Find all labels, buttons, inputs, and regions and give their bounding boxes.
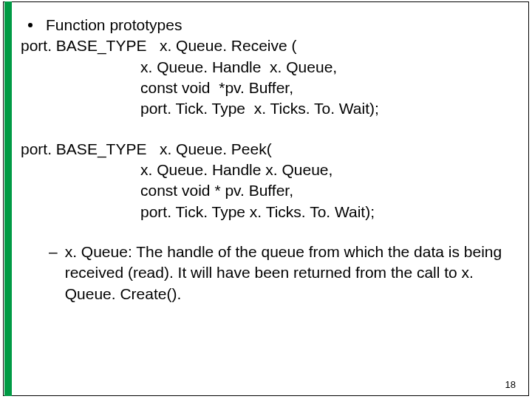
left-accent-bar (4, 1, 12, 396)
bullet-label: Function prototypes (46, 15, 182, 35)
page-number: 18 (505, 379, 516, 390)
bullet-dot-icon (28, 23, 33, 27)
sub-bullet-text: x. Queue: The handle of the queue from w… (65, 242, 508, 304)
sub-bullet-item: – x. Queue: The handle of the queue from… (21, 242, 517, 304)
proto1-param2: const void *pv. Buffer, (21, 78, 517, 98)
proto2-param3: port. Tick. Type x. Ticks. To. Wait); (21, 202, 517, 222)
proto1-param3: port. Tick. Type x. Ticks. To. Wait); (21, 98, 517, 119)
proto2-param2: const void * pv. Buffer, (21, 180, 517, 201)
proto1-param1: x. Queue. Handle x. Queue, (21, 57, 517, 78)
proto2-signature: port. BASE_TYPE x. Queue. Peek( (21, 139, 517, 160)
proto1-signature: port. BASE_TYPE x. Queue. Receive ( (21, 35, 517, 56)
bullet-item: Function prototypes (21, 15, 517, 35)
slide-content: Function prototypes port. BASE_TYPE x. Q… (21, 15, 517, 304)
dash-icon: – (49, 242, 58, 262)
proto2-param1: x. Queue. Handle x. Queue, (21, 160, 517, 180)
